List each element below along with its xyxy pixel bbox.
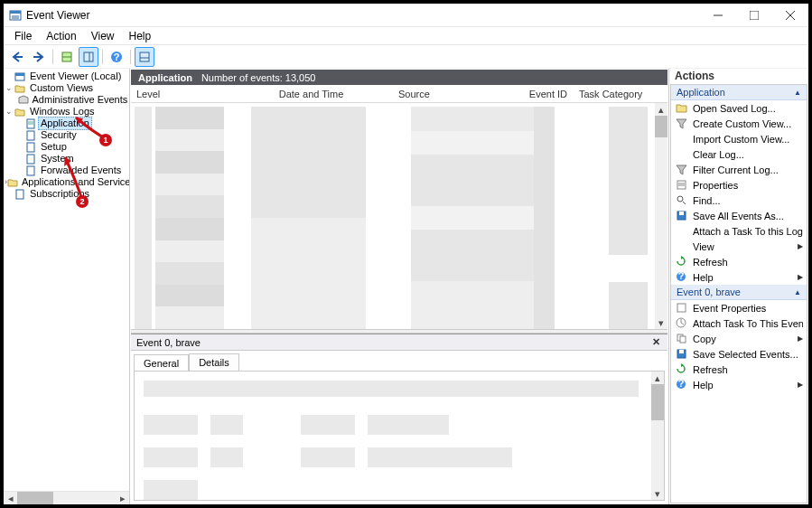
scrollbar-thumb[interactable] [651,384,664,420]
navigation-tree-pane: ▾Event Viewer (Local) ⌄Custom Views ·Adm… [4,69,130,504]
events-column-headers: Level Date and Time Source Event ID Task… [131,85,667,103]
actions-pane: Actions Application▲ Open Saved Log... C… [669,69,808,504]
action-help-2[interactable]: ?Help▶ [671,377,807,392]
show-hide-action-pane-button[interactable] [79,47,98,67]
action-help[interactable]: ?Help▶ [671,269,807,285]
svg-text:?: ? [677,271,684,281]
column-header-source[interactable]: Source [393,89,519,99]
detail-close-button[interactable]: ✕ [649,336,662,349]
blank-icon [675,240,687,253]
scrollbar-thumb[interactable] [655,116,667,137]
blank-icon [675,133,687,146]
tree-event-viewer-root[interactable]: ▾Event Viewer (Local) [5,71,129,82]
action-save-selected-events[interactable]: Save Selected Events... [671,346,807,362]
svg-line-32 [683,202,686,204]
close-button[interactable] [772,4,808,27]
scroll-left-icon[interactable]: ◂ [4,492,17,505]
svg-rect-24 [27,143,34,152]
action-view[interactable]: View▶ [671,239,807,254]
refresh-icon [675,363,687,376]
menu-action[interactable]: Action [39,28,83,44]
tab-details[interactable]: Details [189,353,239,371]
app-icon [9,9,22,22]
menu-file[interactable]: File [7,28,39,44]
action-find[interactable]: Find... [671,193,807,208]
window-title: Event Viewer [26,9,700,22]
action-save-all-events[interactable]: Save All Events As... [671,208,807,223]
tree-subscriptions[interactable]: ·Subscriptions [5,188,129,200]
toolbar-separator [102,50,103,64]
detail-title: Event 0, brave [136,337,649,348]
tree-horizontal-scrollbar[interactable]: ◂ ▸ [4,491,129,504]
refresh-icon [675,256,687,268]
toolbar: ? [4,45,808,69]
tree-application-log[interactable]: ·Application [5,118,129,129]
scrollbar-thumb[interactable] [17,492,53,505]
folder-open-icon [675,102,687,115]
blank-icon [675,225,687,238]
log-name-label: Application [138,72,192,83]
events-pane: Application Number of events: 13,050 Lev… [130,69,669,504]
scroll-down-icon[interactable]: ▾ [651,487,664,500]
action-attach-task[interactable]: Attach a Task To this Log... [671,223,807,239]
tree-administrative-events[interactable]: ·Administrative Events [5,94,129,106]
events-grid[interactable]: ▴ ▾ [131,103,667,329]
minimize-button[interactable] [700,4,736,27]
action-refresh[interactable]: Refresh [671,254,807,269]
tab-general[interactable]: General [134,354,189,372]
action-open-saved-log[interactable]: Open Saved Log... [671,100,807,116]
pixelated-content [131,103,667,329]
scroll-up-icon[interactable]: ▴ [651,372,664,384]
tree-custom-views[interactable]: ⌄Custom Views [5,82,129,94]
forward-button[interactable] [29,47,49,67]
help-icon: ? [675,271,687,284]
column-header-category[interactable]: Task Category [574,89,655,99]
maximize-button[interactable] [736,4,772,27]
action-copy[interactable]: Copy▶ [671,331,807,346]
action-create-custom-view[interactable]: Create Custom View... [671,116,807,131]
action-clear-log[interactable]: Clear Log... [671,146,807,162]
detail-body: ▴ ▾ [134,371,665,501]
task-icon [675,317,687,330]
titlebar: Event Viewer [4,4,808,27]
svg-rect-19 [15,73,24,76]
menu-help[interactable]: Help [122,28,159,44]
svg-rect-25 [27,155,34,164]
actions-section-event[interactable]: Event 0, brave▲ [671,285,807,300]
svg-rect-16 [140,52,149,61]
actions-title: Actions [669,69,808,84]
action-attach-task-event[interactable]: Attach Task To This Event... [671,315,807,331]
back-button[interactable] [7,47,27,67]
column-header-date[interactable]: Date and Time [230,89,393,99]
svg-rect-1 [10,11,21,14]
properties-icon [675,179,687,192]
preview-pane-button[interactable] [135,47,154,67]
submenu-arrow-icon: ▶ [798,381,803,389]
events-vertical-scrollbar[interactable]: ▴ ▾ [655,103,667,329]
toolbar-separator [130,50,131,64]
find-icon [675,194,687,207]
action-refresh-2[interactable]: Refresh [671,362,807,377]
help-button[interactable]: ? [107,47,126,67]
tree-apps-services-logs[interactable]: ›Applications and Services Lo [5,176,129,188]
detail-vertical-scrollbar[interactable]: ▴ ▾ [651,372,664,500]
tree-system-log[interactable]: ·System [5,153,129,165]
action-filter-current-log[interactable]: Filter Current Log... [671,162,807,177]
submenu-arrow-icon: ▶ [798,334,803,343]
tree-forwarded-events[interactable]: ·Forwarded Events [5,165,129,176]
show-hide-console-button[interactable] [57,47,77,67]
blank-icon [675,148,687,161]
action-properties[interactable]: Properties [671,177,807,193]
scroll-right-icon[interactable]: ▸ [116,492,129,505]
action-event-properties[interactable]: Event Properties [671,300,807,315]
chevron-up-icon: ▲ [794,89,801,97]
column-header-level[interactable]: Level [131,89,230,99]
actions-section-application[interactable]: Application▲ [671,85,807,100]
action-import-custom-view[interactable]: Import Custom View... [671,131,807,146]
scroll-up-icon[interactable]: ▴ [655,103,667,116]
event-count-label: Number of events: 13,050 [201,72,316,83]
filter-icon [675,164,687,176]
menu-view[interactable]: View [84,28,122,44]
scroll-down-icon[interactable]: ▾ [655,316,667,329]
column-header-eventid[interactable]: Event ID [519,89,574,99]
